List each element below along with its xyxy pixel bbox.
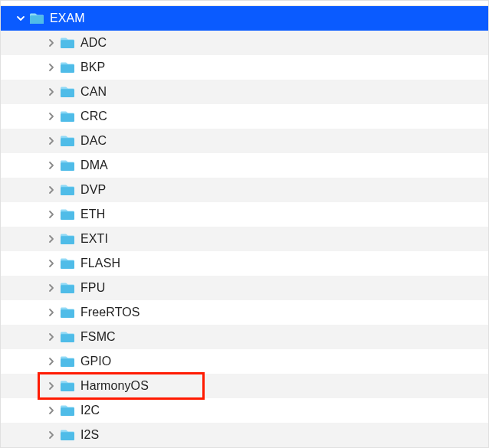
folder-tree[interactable]: EXAM ADC BKP CAN CRC DAC DMA DVP ETH EXT… (1, 6, 488, 447)
chevron-right-icon[interactable] (45, 406, 57, 415)
tree-row[interactable]: FLASH (1, 251, 488, 276)
folder-label: FLASH (80, 257, 120, 270)
folder-label: EXTI (80, 232, 108, 246)
chevron-right-icon[interactable] (45, 112, 57, 121)
folder-label: I2S (80, 428, 99, 442)
chevron-right-icon[interactable] (45, 381, 57, 391)
tree-row[interactable]: I2C (1, 398, 488, 423)
tree-row[interactable]: DAC (1, 129, 488, 153)
folder-label: EXAM (50, 11, 85, 25)
folder-icon (59, 380, 76, 392)
chevron-right-icon[interactable] (45, 430, 57, 440)
folder-icon (59, 306, 76, 319)
folder-icon (28, 12, 45, 25)
folder-label: CAN (80, 85, 107, 99)
chevron-right-icon[interactable] (45, 332, 57, 342)
tree-row[interactable]: FSMC (1, 325, 488, 349)
chevron-right-icon[interactable] (45, 234, 57, 244)
folder-label: ETH (80, 208, 105, 221)
chevron-right-icon[interactable] (45, 210, 57, 219)
folder-label: I2C (80, 404, 100, 417)
folder-label: DMA (80, 159, 108, 172)
folder-label: DAC (80, 134, 107, 148)
tree-row[interactable]: DMA (1, 153, 488, 178)
window-top-strip (1, 1, 488, 6)
folder-icon (59, 331, 76, 343)
folder-icon (59, 404, 76, 417)
folder-label: ADC (80, 36, 107, 50)
folder-icon (59, 184, 76, 196)
tree-row[interactable]: CAN (1, 80, 488, 104)
folder-label: FSMC (80, 330, 116, 344)
chevron-right-icon[interactable] (45, 87, 57, 96)
folder-icon (59, 208, 76, 221)
chevron-right-icon[interactable] (45, 259, 57, 268)
folder-icon (59, 429, 76, 441)
folder-icon (59, 86, 76, 98)
folder-label: CRC (80, 110, 107, 123)
tree-row[interactable]: ADC (1, 31, 488, 55)
folder-icon (59, 159, 76, 172)
folder-icon (59, 355, 76, 368)
tree-row[interactable]: HarmonyOS (1, 374, 488, 398)
chevron-right-icon[interactable] (45, 161, 57, 170)
tree-row[interactable]: FreeRTOS (1, 300, 488, 325)
tree-row[interactable]: GPIO (1, 349, 488, 374)
tree-row[interactable]: FPU (1, 276, 488, 300)
folder-label: GPIO (80, 355, 111, 368)
tree-row-root[interactable]: EXAM (1, 6, 488, 31)
folder-label: FPU (80, 281, 105, 295)
tree-row[interactable]: BKP (1, 55, 488, 80)
chevron-right-icon[interactable] (45, 283, 57, 293)
chevron-down-icon[interactable] (15, 14, 27, 23)
chevron-right-icon[interactable] (45, 357, 57, 366)
chevron-right-icon[interactable] (45, 185, 57, 195)
folder-icon (59, 135, 76, 147)
tree-row[interactable]: EXTI (1, 227, 488, 251)
tree-row[interactable]: DVP (1, 178, 488, 202)
chevron-right-icon[interactable] (45, 136, 57, 146)
folder-icon (59, 37, 76, 49)
folder-label: BKP (80, 60, 105, 74)
chevron-right-icon[interactable] (45, 38, 57, 47)
tree-row[interactable]: I2S (1, 423, 488, 447)
folder-icon (59, 61, 76, 74)
file-tree-window: EXAM ADC BKP CAN CRC DAC DMA DVP ETH EXT… (0, 0, 489, 448)
folder-icon (59, 110, 76, 123)
folder-icon (59, 282, 76, 294)
tree-row[interactable]: ETH (1, 202, 488, 227)
chevron-right-icon[interactable] (45, 308, 57, 317)
chevron-right-icon[interactable] (45, 63, 57, 72)
folder-icon (59, 257, 76, 270)
folder-label: DVP (80, 183, 106, 197)
tree-row[interactable]: CRC (1, 104, 488, 129)
folder-icon (59, 233, 76, 245)
folder-label: FreeRTOS (80, 306, 140, 319)
folder-label: HarmonyOS (80, 379, 149, 393)
